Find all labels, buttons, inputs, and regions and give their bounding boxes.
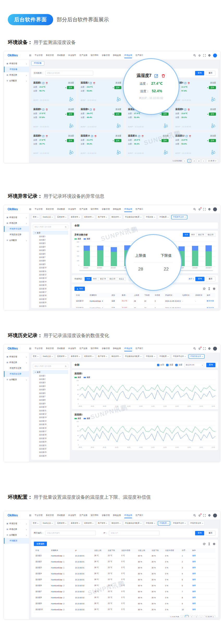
- nav-item[interactable]: 系统管理: [46, 205, 54, 213]
- nav-item[interactable]: 生产报工: [135, 205, 143, 213]
- nav-item[interactable]: 静电监测: [113, 51, 121, 60]
- tab[interactable]: 环境异常记录×: [171, 521, 187, 525]
- tree-item[interactable]: 温湿度8: [33, 259, 68, 262]
- globe-icon[interactable]: [208, 54, 211, 57]
- edit-icon[interactable]: [154, 74, 158, 78]
- avatar[interactable]: [213, 207, 217, 211]
- column-header[interactable]: 上限值: [132, 294, 143, 297]
- search-button[interactable]: 查询: [206, 363, 215, 367]
- close-icon[interactable]: ×: [65, 522, 66, 524]
- tree-item[interactable]: 温湿度10: [33, 405, 68, 409]
- nav-item[interactable]: 基础数据: [57, 344, 65, 353]
- nav-item[interactable]: 设备管理: [102, 51, 110, 60]
- tab[interactable]: 环境配置×: [158, 354, 170, 359]
- edit-icon[interactable]: [138, 135, 140, 137]
- column-header[interactable]: 操作: [191, 549, 215, 552]
- tree-item[interactable]: 温湿度13: [33, 277, 68, 280]
- reset-button[interactable]: 重置: [206, 277, 215, 281]
- close-icon[interactable]: ×: [79, 522, 80, 524]
- series-checkbox[interactable]: ✓温度: [166, 364, 173, 366]
- tab[interactable]: SaaS企业×: [41, 215, 54, 219]
- close-icon[interactable]: ×: [65, 356, 66, 357]
- quick-range-button[interactable]: 最近1月: [108, 277, 117, 281]
- close-icon[interactable]: ×: [185, 356, 186, 357]
- edit-icon[interactable]: [90, 108, 92, 111]
- delete-icon[interactable]: [161, 74, 165, 78]
- sidebar-item[interactable]: ⚙ 全局配置 ∧: [4, 532, 29, 538]
- tree-item[interactable]: 温湿度22: [33, 447, 68, 450]
- prev-page-button[interactable]: <: [183, 159, 186, 163]
- close-icon[interactable]: ×: [140, 522, 141, 524]
- avatar[interactable]: [213, 54, 217, 57]
- tree-root-all[interactable]: ▾全部: [33, 231, 68, 235]
- column-header[interactable]: 所属网关: [49, 549, 73, 552]
- sidebar-item[interactable]: ⚙ 全局配置 ∨: [4, 78, 29, 84]
- column-header[interactable]: 温度上限: [93, 549, 106, 552]
- nav-item[interactable]: 设备管理: [102, 511, 110, 520]
- tree-item[interactable]: 温湿度1: [33, 374, 68, 377]
- nav-item[interactable]: 系统管理: [46, 344, 54, 353]
- close-icon[interactable]: ×: [92, 356, 94, 357]
- avatar[interactable]: [213, 347, 217, 351]
- close-icon[interactable]: ×: [106, 522, 107, 524]
- nav-item[interactable]: 静电监测: [113, 511, 121, 520]
- tree-item[interactable]: 温湿度17: [33, 430, 68, 433]
- page-size-select[interactable]: 12 条/页 ∨: [206, 159, 218, 163]
- nav-item[interactable]: 基础数据: [57, 51, 65, 60]
- close-icon[interactable]: ×: [167, 356, 169, 357]
- tab[interactable]: 用户管理×: [96, 354, 109, 359]
- refresh-icon[interactable]: [203, 287, 206, 290]
- refresh-icon[interactable]: [203, 543, 206, 545]
- page-button[interactable]: 2: [192, 159, 196, 163]
- column-height-icon[interactable]: [208, 287, 210, 290]
- delete-icon[interactable]: [46, 82, 48, 84]
- column-header[interactable]: 类型: [110, 294, 120, 297]
- search-button[interactable]: 查询: [195, 277, 204, 281]
- settings-icon[interactable]: [213, 543, 215, 545]
- tab[interactable]: 环境配置×: [158, 215, 170, 219]
- collapse-menu-icon[interactable]: [29, 347, 32, 350]
- tab[interactable]: 环境设备×: [144, 521, 157, 525]
- fullscreen-icon[interactable]: [203, 54, 206, 57]
- nav-item[interactable]: 平台管理: [35, 344, 42, 353]
- close-icon[interactable]: ×: [79, 216, 80, 218]
- tree-item[interactable]: 温湿度3: [33, 242, 68, 245]
- close-icon[interactable]: ×: [37, 356, 38, 357]
- close-icon[interactable]: ×: [154, 522, 155, 524]
- tab[interactable]: 菜单管理×: [69, 521, 81, 525]
- nav-item[interactable]: 生产追溯: [79, 344, 87, 353]
- tree-search-input[interactable]: 请输入关键字进行搜索: [33, 364, 68, 369]
- nav-item[interactable]: 生产报工: [135, 511, 143, 520]
- column-header[interactable]: 区域: [74, 294, 88, 297]
- edit-icon[interactable]: [42, 82, 45, 84]
- search-icon[interactable]: [193, 208, 196, 211]
- quick-range-button[interactable]: 昨天: [91, 277, 98, 281]
- tree-item[interactable]: 温湿度10: [33, 266, 68, 270]
- close-icon[interactable]: ×: [52, 522, 53, 524]
- tree-item[interactable]: 温湿度2: [33, 377, 68, 381]
- close-icon[interactable]: ×: [65, 216, 66, 218]
- search-icon[interactable]: [193, 514, 196, 517]
- tab[interactable]: 首页×: [31, 215, 40, 219]
- tree-item[interactable]: 温湿度18: [33, 433, 68, 437]
- quick-range-button[interactable]: 自定义: [117, 277, 126, 281]
- search-icon[interactable]: [193, 54, 196, 57]
- edit-link[interactable]: 编辑: [191, 566, 215, 569]
- nav-item[interactable]: 生产报工: [135, 51, 143, 60]
- tree-item[interactable]: 温湿度5: [33, 249, 68, 252]
- tab[interactable]: 应用管理×: [55, 215, 68, 219]
- tree-item[interactable]: 温湿度8: [33, 398, 68, 402]
- close-icon[interactable]: ×: [106, 356, 107, 357]
- tab[interactable]: 机构管理×: [83, 521, 95, 525]
- tab[interactable]: 菜单管理×: [69, 215, 81, 219]
- delete-icon[interactable]: [46, 135, 48, 137]
- close-icon[interactable]: ×: [185, 216, 186, 218]
- delete-icon[interactable]: [141, 135, 144, 137]
- nav-item[interactable]: 作业指导: [68, 511, 76, 520]
- tab[interactable]: 角色管理×: [110, 354, 122, 359]
- nav-item[interactable]: 系统管理: [46, 51, 54, 60]
- sidebar-item[interactable]: ⚙ 全局配置 ∨: [4, 238, 29, 243]
- close-icon[interactable]: ×: [167, 216, 169, 218]
- tree-item[interactable]: 温湿度2: [33, 238, 68, 241]
- close-icon[interactable]: ×: [167, 522, 169, 524]
